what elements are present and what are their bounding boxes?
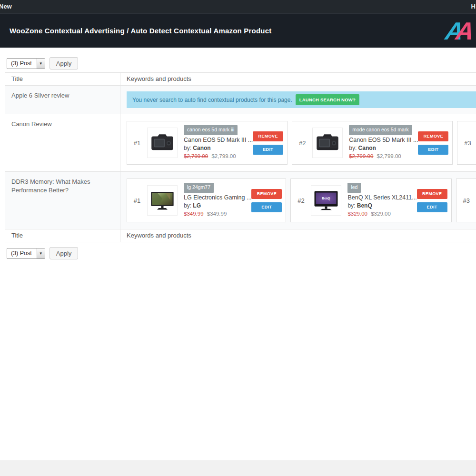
by-label: by: (349, 145, 357, 151)
product-prices: $329.00 $329.00 (347, 210, 416, 218)
no-products-alert: You never search to auto find contextual… (127, 91, 476, 108)
old-price: $329.00 (347, 211, 367, 217)
brand-name: Canon (193, 145, 210, 151)
product-name: LG Electronics Gaming ... (184, 193, 251, 202)
admin-bar-howdy-link[interactable]: H (471, 3, 476, 10)
benq-screen-label: BenQ (322, 197, 330, 200)
alert-message: You never search to auto find contextual… (132, 97, 292, 103)
main-content: (3) Post ▼ Apply Title Keywords and prod… (0, 48, 476, 259)
column-header-keywords: Keywords and products (120, 73, 476, 86)
camera-product-image (312, 128, 343, 158)
table-row: DDR3 Memory: What Makes Performance Bett… (5, 172, 476, 229)
table-row: Canon Review #1 (5, 114, 476, 172)
product-index: #3 (457, 139, 476, 147)
current-price: $329.00 (371, 211, 391, 217)
product-index: #2 (291, 197, 311, 204)
benq-monitor-product-image: BenQ (311, 185, 341, 216)
admin-footer-strip (0, 460, 476, 476)
product-name: BenQ XL Series XL2411... (347, 193, 416, 202)
bulk-action-select-bottom[interactable]: (3) Post ▼ (7, 248, 45, 259)
keyword-tag: canon eos 5d mark iii (184, 125, 238, 135)
old-price: $2,799.00 (184, 153, 208, 159)
product-brand-line: by: LG (184, 202, 251, 210)
camera-product-image (147, 128, 178, 158)
bulk-actions-bottom: (3) Post ▼ Apply (7, 247, 476, 259)
logo-letter-pink: A (454, 18, 476, 44)
product-info: canon eos 5d mark iii Canon EOS 5D Mark … (178, 125, 253, 160)
product-brand-line: by: Canon (184, 144, 253, 152)
column-header-title: Title (5, 73, 120, 86)
admin-bar: New H (0, 0, 476, 13)
edit-button[interactable]: EDIT (251, 202, 282, 212)
product-card: #3 (456, 178, 476, 222)
launch-search-button[interactable]: LAUNCH SEARCH NOW? (296, 94, 359, 105)
product-card: #1 (127, 178, 286, 222)
apply-button-bottom[interactable]: Apply (50, 247, 79, 259)
post-title: DDR3 Memory: What Makes Performance Bett… (11, 178, 115, 194)
lg-monitor-product-image (147, 185, 178, 216)
gaming-monitor-icon (149, 188, 175, 213)
dslr-camera-icon (315, 130, 340, 156)
bulk-action-selected-value: (3) Post (7, 59, 37, 69)
product-prices: $2,799.00 $2,799.00 (349, 152, 418, 160)
card-actions: REMOVE EDIT (253, 131, 283, 155)
edit-button[interactable]: EDIT (253, 145, 283, 155)
product-info: lg 24gm77 LG Electronics Gaming ... by: … (178, 183, 251, 218)
column-footer-keywords: Keywords and products (120, 229, 476, 242)
chevron-down-icon: ▼ (37, 59, 45, 69)
old-price: $349.99 (184, 211, 204, 217)
product-cards-row: #1 (127, 178, 476, 223)
product-brand-line: by: BenQ (347, 202, 416, 210)
remove-button[interactable]: REMOVE (418, 131, 448, 141)
by-label: by: (184, 145, 191, 151)
brand-name: Canon (358, 145, 376, 151)
product-index: #2 (292, 139, 312, 147)
current-price: $2,799.00 (211, 153, 236, 159)
product-index: #1 (127, 139, 147, 147)
edit-button[interactable]: EDIT (418, 145, 448, 155)
brand-logo: AA (446, 18, 476, 46)
product-index: #3 (456, 197, 476, 204)
by-label: by: (184, 202, 191, 209)
product-index: #1 (127, 197, 147, 204)
card-actions: REMOVE EDIT (418, 131, 448, 155)
product-card: #2 (292, 121, 453, 165)
remove-button[interactable]: REMOVE (253, 131, 283, 141)
bulk-action-select[interactable]: (3) Post ▼ (7, 58, 45, 69)
product-card: #1 (127, 121, 288, 165)
page-header: WooZone Contextual Advertising / Auto De… (0, 13, 476, 48)
product-card: #2 (290, 178, 451, 222)
benq-monitor-icon: BenQ (313, 188, 339, 213)
old-price: $2,799.00 (349, 153, 373, 159)
keyword-tag: lg 24gm77 (184, 183, 214, 192)
remove-button[interactable]: REMOVE (417, 189, 447, 199)
page-title: WooZone Contextual Advertising / Auto De… (0, 27, 271, 35)
post-title: Apple 6 Silver review (11, 91, 115, 100)
product-prices: $2,799.00 $2,799.00 (184, 152, 253, 160)
admin-bar-new-link[interactable]: New (0, 3, 12, 10)
product-name: Canon EOS 5D Mark III ... (349, 136, 418, 144)
edit-button[interactable]: EDIT (417, 202, 447, 212)
chevron-down-icon: ▼ (37, 248, 45, 258)
remove-button[interactable]: REMOVE (251, 189, 282, 199)
product-cards-row: #1 (127, 120, 476, 166)
card-actions: REMOVE EDIT (251, 189, 282, 212)
brand-name: BenQ (357, 202, 372, 209)
product-info: led BenQ XL Series XL2411... by: BenQ $3… (341, 183, 416, 218)
product-info: mode canon eos 5d mark Canon EOS 5D Mark… (343, 125, 418, 160)
column-footer-title: Title (5, 229, 120, 242)
product-name: Canon EOS 5D Mark III ... (184, 136, 253, 144)
product-prices: $349.99 $349.99 (184, 210, 251, 218)
product-card: #3 (457, 121, 476, 165)
apply-button[interactable]: Apply (50, 57, 79, 69)
bulk-action-selected-value: (3) Post (7, 248, 37, 258)
by-label: by: (347, 202, 355, 209)
current-price: $349.99 (207, 211, 227, 217)
brand-name: LG (193, 202, 201, 209)
current-price: $2,799.00 (377, 153, 401, 159)
keyword-tag: led (347, 183, 361, 192)
posts-table: Title Keywords and products Apple 6 Silv… (5, 72, 476, 242)
card-actions: REMOVE EDIT (417, 189, 447, 212)
bulk-actions-top: (3) Post ▼ Apply (7, 57, 476, 69)
product-brand-line: by: Canon (349, 144, 418, 152)
